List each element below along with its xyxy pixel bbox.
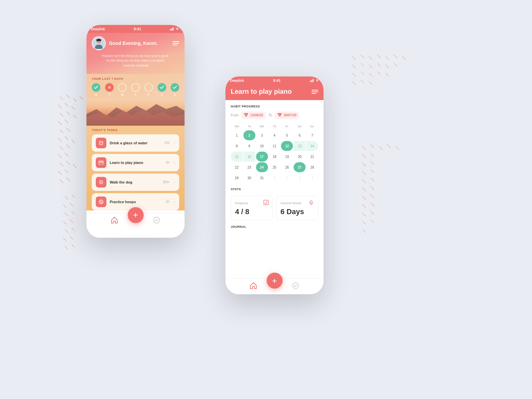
time-1: 9:41 (134, 27, 141, 31)
cal-25[interactable]: 25 (269, 162, 281, 172)
task-icon-water (96, 138, 106, 148)
hamburger-menu-2[interactable] (312, 90, 318, 94)
cal-17[interactable]: 17 (256, 152, 268, 162)
last7-section: YOUR LAST 7 DAYS M T W (86, 74, 185, 99)
svg-line-49 (402, 57, 406, 60)
cal-1[interactable]: 1 (231, 130, 243, 140)
time-2: 9:41 (273, 78, 281, 82)
decorative-ticks-bottom-left (62, 193, 88, 259)
svg-line-64 (362, 146, 366, 150)
status-bar-1: Deeplink 9:41 (86, 25, 185, 33)
to-label: To (268, 113, 272, 117)
cal-20[interactable]: 20 (294, 152, 306, 162)
cal-9[interactable]: 9 (243, 141, 255, 151)
cal-2-om[interactable]: 2 (281, 173, 293, 183)
svg-line-4 (65, 103, 68, 106)
svg-line-84 (371, 211, 374, 214)
svg-line-61 (352, 81, 356, 85)
hamburger-menu[interactable] (173, 41, 179, 45)
cal-2[interactable]: 2 (243, 130, 255, 140)
cal-1-om[interactable]: 1 (269, 173, 281, 183)
svg-line-2 (73, 98, 76, 101)
cal-19[interactable]: 19 (281, 152, 293, 162)
fab-button-2[interactable]: + (267, 273, 283, 289)
svg-line-59 (377, 71, 381, 75)
svg-line-18 (60, 146, 63, 150)
cal-29[interactable]: 29 (231, 173, 243, 183)
task-water[interactable]: Drink a glass of water 2/6 › (92, 134, 179, 152)
svg-line-10 (73, 115, 76, 118)
fab-button-1[interactable]: + (128, 207, 144, 223)
from-date-pill[interactable]: 📅 12/06/20 (241, 111, 266, 119)
decorative-ticks-top-right (349, 53, 409, 93)
to-date-pill[interactable]: 📅 30/07/20 (275, 111, 299, 119)
cal-4-om[interactable]: 4 (306, 173, 318, 183)
cal-16[interactable]: 16 (243, 152, 255, 162)
cal-14[interactable]: 14 (306, 141, 318, 151)
cal-22[interactable]: 22 (231, 162, 243, 172)
cal-21[interactable]: 21 (306, 152, 318, 162)
svg-rect-107 (311, 80, 312, 82)
home-nav-icon-2[interactable] (250, 282, 257, 291)
svg-line-24 (73, 165, 76, 168)
svg-line-23 (66, 161, 70, 165)
svg-line-35 (63, 221, 66, 224)
svg-line-60 (386, 73, 389, 76)
cal-6[interactable]: 6 (294, 130, 306, 140)
svg-rect-100 (101, 161, 101, 163)
cal-8[interactable]: 8 (231, 141, 243, 151)
svg-line-52 (369, 65, 372, 68)
cal-header-mo: Mo (231, 124, 243, 129)
svg-line-16 (65, 136, 68, 140)
cal-4[interactable]: 4 (269, 130, 281, 140)
task-piano[interactable]: Learn to play piano 1h › (92, 154, 179, 171)
status-bar-2: Deeplink 9:41 (225, 76, 324, 84)
svg-line-75 (362, 180, 366, 183)
svg-rect-88 (170, 29, 171, 31)
habit-progress-title: HABIT PROGRESS (231, 105, 318, 108)
svg-line-69 (362, 155, 366, 158)
cal-11[interactable]: 11 (269, 141, 281, 151)
svg-rect-97 (99, 141, 103, 145)
task-name-piano: Learn to play piano (110, 161, 162, 165)
svg-line-58 (369, 73, 372, 76)
cal-5[interactable]: 5 (281, 130, 293, 140)
task-dog[interactable]: Walk the dog 30m › (92, 174, 179, 191)
cal-28[interactable]: 28 (306, 162, 318, 172)
home-nav-icon-1[interactable] (111, 216, 118, 225)
svg-rect-108 (312, 79, 313, 82)
svg-line-57 (361, 71, 364, 75)
svg-line-26 (65, 170, 68, 173)
svg-point-94 (96, 39, 101, 40)
cal-27[interactable]: 27 (294, 162, 306, 172)
cal-31[interactable]: 31 (256, 173, 268, 183)
cal-23[interactable]: 23 (243, 162, 255, 172)
streak-stat-card: Current Streak 6 Days (276, 196, 319, 220)
cal-30[interactable]: 30 (243, 173, 255, 183)
cal-26[interactable]: 26 (281, 162, 293, 172)
cal-15[interactable]: 15 (231, 152, 243, 162)
svg-line-65 (371, 145, 374, 148)
stats-nav-icon-2[interactable] (292, 282, 299, 291)
cal-13[interactable]: 13 (294, 141, 306, 151)
cal-12[interactable]: 12 (281, 141, 293, 151)
day-item-s2: S (171, 83, 179, 96)
svg-line-21 (65, 153, 68, 156)
day-item-t1: T (105, 83, 114, 96)
stats-nav-icon-1[interactable] (153, 216, 160, 225)
cal-7[interactable]: 7 (306, 130, 318, 140)
svg-line-63 (369, 81, 372, 85)
cal-3[interactable]: 3 (256, 130, 268, 140)
cal-24[interactable]: 24 (256, 162, 268, 172)
svg-line-76 (371, 178, 374, 181)
day-label-t2: T (135, 93, 137, 96)
svg-line-51 (361, 63, 364, 66)
cal-10[interactable]: 10 (256, 141, 268, 151)
cal-18[interactable]: 18 (269, 152, 281, 162)
svg-line-53 (377, 63, 381, 66)
tasks-section: TODAY'S TASKS Drink a glass of water 2/6… (86, 126, 185, 210)
svg-line-29 (65, 196, 68, 200)
day-circle-m (92, 83, 100, 92)
cal-header-tu: Tu (243, 124, 256, 129)
cal-3-om[interactable]: 3 (294, 173, 306, 183)
